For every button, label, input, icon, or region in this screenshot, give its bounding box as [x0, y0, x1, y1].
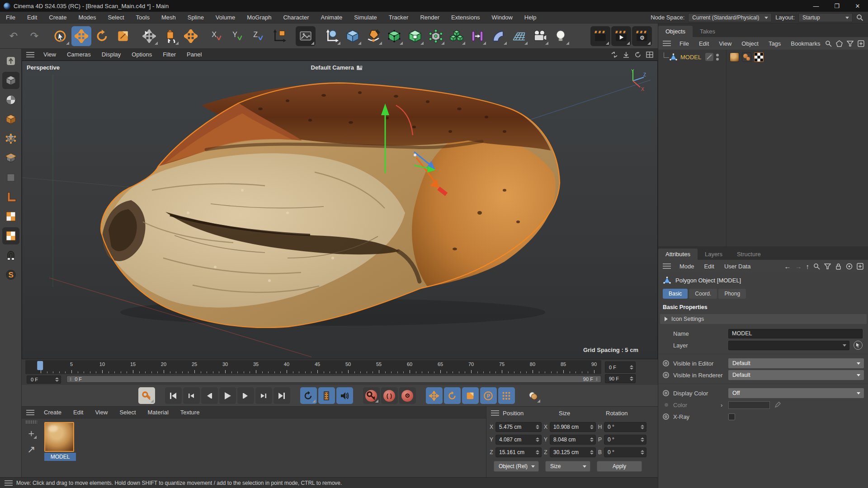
key-scale-toggle[interactable] [462, 387, 479, 404]
record-keyframe-button[interactable] [363, 387, 380, 404]
play-button[interactable] [219, 387, 236, 404]
redo-button[interactable]: ↷ [24, 26, 44, 46]
rotation-p-field[interactable]: 0 ° [604, 435, 646, 445]
viewport-camera-label[interactable]: Default Camera [311, 64, 363, 71]
scrollbar-right-grip[interactable]: ‖ [596, 377, 598, 382]
name-input[interactable]: MODEL [728, 329, 863, 338]
workplane-mode-button[interactable] [2, 188, 19, 206]
coordinates-menu-icon[interactable] [491, 410, 499, 416]
timeline-ruler-track[interactable]: 051015202530354045505560657075808590 [41, 360, 594, 374]
am-filter-icon[interactable] [824, 263, 831, 270]
position-x-field[interactable]: 5.475 cm [495, 422, 542, 432]
viewport-layout-toggle-icon[interactable] [646, 52, 653, 58]
tab-basic[interactable]: Basic [663, 289, 688, 299]
cube-primitive-tool[interactable] [343, 26, 363, 46]
layer-dropdown[interactable] [728, 341, 849, 350]
material-menu-select[interactable]: Select [113, 409, 142, 416]
om-menu-file[interactable]: File [675, 40, 694, 47]
field-tool[interactable] [488, 26, 508, 46]
om-menu-bookmarks[interactable]: Bookmarks [786, 40, 825, 47]
viewport-canvas[interactable]: Perspective Default Camera Y Z X Grid Sp… [22, 61, 658, 359]
status-menu-icon[interactable] [5, 480, 13, 486]
tab-coord[interactable]: Coord. [689, 289, 717, 299]
last-used-tool[interactable] [139, 26, 159, 46]
coordinate-mode-dropdown[interactable]: Object (Rel) [494, 461, 539, 472]
size-y-field[interactable]: 8.048 cm [550, 435, 596, 445]
am-menu-edit[interactable]: Edit [699, 263, 719, 270]
position-y-field[interactable]: 4.087 cm [495, 435, 542, 445]
attribute-menu-icon[interactable] [663, 263, 671, 269]
size-x-field[interactable]: 10.908 cm [550, 422, 596, 432]
volume-mesher-tool[interactable] [447, 26, 467, 46]
range-start-field[interactable]: 0 F [27, 375, 61, 384]
menu-animate[interactable]: Animate [315, 12, 349, 23]
tab-phong[interactable]: Phong [718, 289, 746, 299]
range-end-spinner[interactable] [629, 376, 635, 381]
om-menu-view[interactable]: View [714, 40, 736, 47]
icon-settings-group[interactable]: Icon Settings [660, 314, 867, 324]
om-menu-edit[interactable]: Edit [694, 40, 714, 47]
uvw-tag-icon[interactable] [754, 52, 764, 62]
am-menu-userdata[interactable]: User Data [719, 263, 756, 270]
editor-renderer-dots[interactable] [716, 54, 719, 61]
autokeying-button[interactable] [138, 387, 155, 404]
layer-pick-button[interactable] [854, 341, 863, 350]
render-active-view-button[interactable] [590, 26, 610, 46]
om-menu-object[interactable]: Object [736, 40, 764, 47]
close-button[interactable]: ✕ [847, 0, 868, 12]
node-space-dropdown[interactable]: Current (Standard/Physical) [688, 13, 772, 22]
menu-tracker[interactable]: Tracker [383, 12, 415, 23]
am-lock-icon[interactable] [835, 263, 842, 270]
parent-up-icon[interactable]: ↑ [806, 263, 810, 270]
play-rate-button[interactable] [318, 387, 335, 404]
tab-objects[interactable]: Objects [658, 26, 693, 37]
move-tool[interactable] [71, 26, 91, 46]
render-view-button[interactable] [296, 26, 316, 46]
om-add-icon[interactable] [858, 40, 864, 47]
menu-mograph[interactable]: MoGraph [241, 12, 277, 23]
light-tool[interactable] [551, 26, 571, 46]
key-parameter-toggle[interactable]: P [480, 387, 497, 404]
play-mode-loop-button[interactable] [300, 387, 317, 404]
viewport-menu-filter[interactable]: Filter [157, 51, 181, 58]
key-pla-toggle[interactable] [498, 387, 515, 404]
maximize-button[interactable]: ❐ [826, 0, 847, 12]
goto-previous-key-button[interactable] [183, 387, 200, 404]
layout-dropdown[interactable]: Startup [798, 13, 853, 22]
material-menu-icon[interactable] [26, 410, 34, 415]
viewport-sync-icon[interactable] [634, 52, 642, 58]
object-name[interactable]: MODEL [680, 54, 701, 61]
visible-in-renderer-dropdown[interactable]: Default [728, 370, 864, 380]
rotate-tool[interactable] [92, 26, 112, 46]
rotation-b-field[interactable]: 0 ° [604, 447, 646, 457]
material-tag-icon[interactable] [730, 52, 739, 62]
rail-grip[interactable] [25, 420, 37, 424]
phong-tag-icon[interactable] [742, 52, 751, 62]
om-menu-tags[interactable]: Tags [764, 40, 786, 47]
goto-end-button[interactable] [274, 387, 290, 404]
om-path-icon[interactable] [836, 40, 843, 47]
visible-in-editor-keyframe-dot[interactable] [663, 360, 669, 366]
menu-edit[interactable]: Edit [21, 12, 43, 23]
material-menu-edit[interactable]: Edit [67, 409, 89, 416]
axis-primitive-tool[interactable] [322, 26, 342, 46]
key-position-toggle[interactable] [426, 387, 443, 404]
subdivision-surface-tool[interactable] [384, 26, 404, 46]
menu-modes[interactable]: Modes [72, 12, 102, 23]
viewport-menu-options[interactable]: Options [126, 51, 157, 58]
size-z-field[interactable]: 30.125 cm [550, 447, 596, 457]
render-to-picture-viewer-button[interactable] [611, 26, 631, 46]
extrude-generator-tool[interactable] [405, 26, 425, 46]
live-selection-tool[interactable] [51, 26, 71, 46]
history-forward-icon[interactable]: → [795, 263, 802, 270]
material-thumbnail[interactable] [44, 422, 74, 452]
material-name-label[interactable]: MODEL [44, 453, 76, 461]
current-frame-field[interactable]: 0 F [605, 361, 636, 373]
minimize-button[interactable]: — [806, 0, 826, 12]
menu-select[interactable]: Select [102, 12, 130, 23]
deformer-tool[interactable] [467, 26, 487, 46]
menu-create[interactable]: Create [43, 12, 72, 23]
am-add-icon[interactable] [857, 263, 863, 270]
range-end-field[interactable]: 90 F [605, 374, 636, 383]
undo-button[interactable]: ↶ [4, 26, 24, 46]
